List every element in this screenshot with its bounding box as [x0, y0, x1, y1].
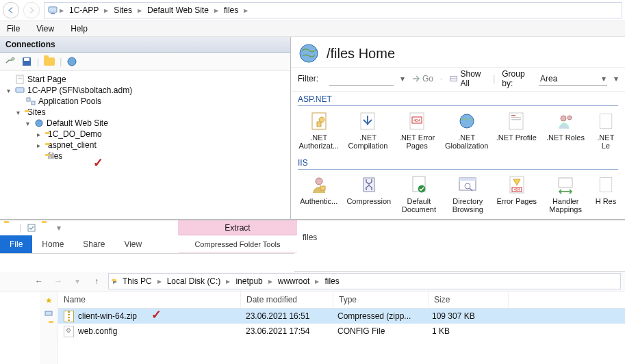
menu-view[interactable]: View [34, 23, 57, 35]
filter-input[interactable] [329, 73, 394, 86]
show-all-label: Show All [460, 69, 486, 88]
tab-home[interactable]: Home [32, 235, 73, 253]
collapse-icon[interactable]: ▾ [23, 120, 31, 127]
feature-default-document[interactable]: Default Document [398, 174, 439, 215]
tree-app-pools[interactable]: Application Pools [38, 96, 101, 106]
crumb-wwwroot[interactable]: wwwroot [274, 275, 314, 287]
go-button[interactable]: Go [411, 74, 433, 83]
breadcrumb[interactable]: ▸ 1C-APP ▸ Sites ▸ Default Web Site ▸ fi… [44, 2, 622, 18]
svg-rect-7 [18, 77, 22, 77]
collapse-icon[interactable]: ▾ [14, 109, 22, 116]
connections-tree[interactable]: Start Page ▾1C-APP (SFN\sboltach.adm) Ap… [0, 71, 290, 219]
svg-rect-6 [16, 75, 23, 83]
collapse-icon[interactable]: ▾ [4, 87, 12, 94]
crumb-0[interactable]: 1C-APP [65, 4, 103, 16]
tab-share[interactable]: Share [73, 235, 114, 253]
menu-help[interactable]: Help [68, 23, 90, 35]
tree-child-2[interactable]: files [48, 151, 62, 161]
svg-rect-1 [51, 13, 55, 14]
toggle-icon[interactable] [27, 223, 36, 233]
table-row[interactable]: web.config 23.06.2021 17:54 CONFIG File … [58, 324, 625, 339]
history-dropdown[interactable]: ▾ [70, 274, 85, 289]
feature-net-error-pages[interactable]: 404.NET Error Pages [396, 110, 438, 151]
col-date[interactable]: Date modified [241, 291, 333, 308]
feature-compression[interactable]: Compression [346, 174, 391, 215]
tab-file[interactable]: File [0, 235, 32, 253]
file-size: 109 307 KB [426, 311, 506, 321]
feature-net-authorization[interactable]: .NET Authorizat... [298, 110, 340, 151]
feature-error-pages[interactable]: 404Error Pages [496, 174, 537, 215]
tab-compressed-tools[interactable]: Compressed Folder Tools [169, 235, 306, 252]
crumb-inetpub[interactable]: inetpub [231, 275, 266, 287]
explorer-sidebar[interactable]: ★ [40, 291, 58, 364]
feature-directory-browsing[interactable]: Directory Browsing [447, 174, 489, 215]
filter-row: Filter: ▾ Go - Show All | Group by: Area… [291, 68, 625, 92]
svg-point-13 [300, 44, 318, 62]
svg-text:404: 404 [514, 187, 520, 192]
show-all-button[interactable]: Show All [450, 69, 486, 88]
crumb-thispc[interactable]: This PC [118, 275, 156, 287]
feature-label: .NET Error Pages [396, 133, 438, 151]
chevron-right-icon: ▸ [136, 5, 143, 15]
group-by-dropdown[interactable]: Area▾ [539, 73, 607, 86]
star-icon[interactable]: ★ [45, 296, 53, 305]
feature-net-compilation[interactable]: .NET Compilation [347, 110, 390, 151]
svg-rect-28 [600, 114, 612, 129]
crumb-disk[interactable]: Local Disk (C:) [163, 275, 225, 287]
tree-child-0[interactable]: 1C_DO_Demo [48, 129, 102, 139]
expand-icon[interactable]: ▸ [34, 142, 42, 149]
crumb-2[interactable]: Default Web Site [143, 4, 213, 16]
server-icon [47, 5, 58, 16]
column-headers[interactable]: Name Date modified Type Size [58, 291, 625, 309]
tree-server[interactable]: 1C-APP (SFN\sboltach.adm) [27, 86, 132, 95]
explorer-title: files [303, 229, 317, 245]
feature-net-globalization[interactable]: .NET Globalization [445, 110, 489, 151]
feature-label: .NET Roles [546, 133, 585, 151]
tree-default-site[interactable]: Default Web Site [47, 118, 108, 128]
chevron-down-icon[interactable]: ▾ [57, 223, 61, 233]
crumb-files[interactable]: files [320, 275, 343, 287]
group-header-iis[interactable]: IIS [291, 155, 625, 168]
feature-authentication[interactable]: Authentic... [298, 174, 340, 215]
plug-icon[interactable] [4, 55, 16, 68]
feature-http-response[interactable]: H Res [594, 174, 618, 215]
col-name[interactable]: Name [58, 291, 241, 308]
back-button[interactable]: ← [31, 274, 47, 289]
pc-icon[interactable] [44, 309, 53, 319]
svg-rect-42 [28, 224, 35, 231]
crumb-1[interactable]: Sites [110, 4, 136, 16]
col-size[interactable]: Size [429, 291, 509, 308]
filter-dropdown-icon[interactable]: ▾ [400, 74, 405, 83]
table-row[interactable]: client-win-64.zip 23.06.2021 16:51 Compr… [58, 309, 625, 324]
feature-net-level[interactable]: .NET Le [594, 110, 618, 151]
up-button[interactable]: ↑ [89, 274, 104, 289]
explorer-breadcrumb[interactable]: ▸ This PC▸ Local Disk (C:)▸ inetpub▸ www… [108, 273, 621, 289]
dropdown-extra-icon[interactable]: ▾ [614, 74, 618, 83]
tab-view[interactable]: View [114, 235, 151, 253]
feature-net-roles[interactable]: .NET Roles [544, 110, 587, 151]
svg-rect-9 [16, 88, 24, 92]
folder-icon[interactable] [43, 55, 55, 68]
back-button[interactable] [3, 2, 19, 18]
svg-rect-41 [600, 178, 612, 192]
globe-small-icon[interactable] [66, 55, 78, 68]
tree-start-page[interactable]: Start Page [27, 75, 66, 84]
file-size: 1 KB [426, 326, 506, 336]
save-icon[interactable] [21, 55, 33, 68]
expand-icon[interactable]: ▸ [34, 131, 42, 138]
col-type[interactable]: Type [333, 291, 429, 308]
group-header-aspnet[interactable]: ASP.NET [291, 92, 625, 104]
tree-child-1[interactable]: aspnet_client [48, 140, 97, 150]
crumb-3[interactable]: files [220, 4, 242, 16]
file-date: 23.06.2021 16:51 [240, 311, 332, 321]
page-icon [15, 75, 25, 84]
svg-text:404: 404 [413, 118, 421, 122]
menu-file[interactable]: File [4, 23, 23, 35]
forward-button[interactable]: → [51, 274, 66, 289]
svg-point-27 [567, 116, 572, 120]
tree-sites[interactable]: Sites [27, 107, 46, 117]
feature-net-profile[interactable]: .NET Profile [495, 110, 537, 151]
app-pool-icon [26, 96, 36, 106]
forward-button[interactable] [23, 2, 40, 18]
feature-handler-mappings[interactable]: Handler Mappings [544, 174, 586, 215]
